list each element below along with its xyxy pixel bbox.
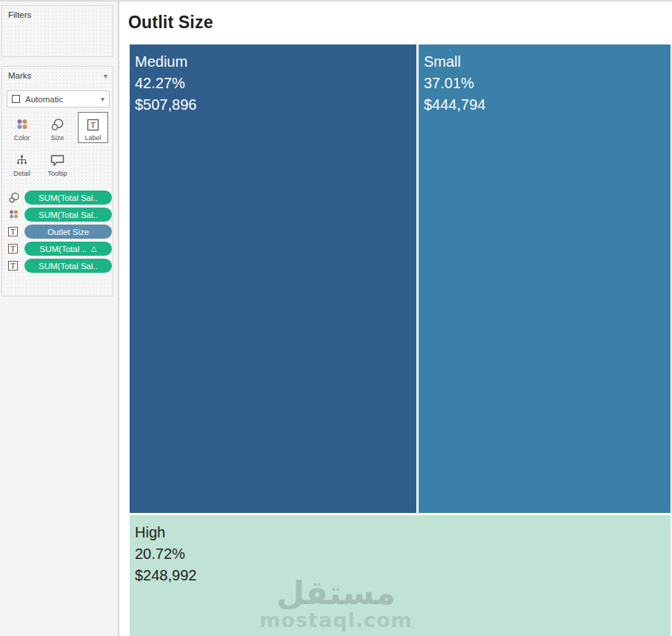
- delta-icon: △: [91, 245, 97, 253]
- filters-title: Filters: [8, 10, 31, 19]
- cell-value: $507,896: [135, 94, 412, 116]
- cell-value: $248,992: [135, 565, 666, 586]
- pill-sum-total-sales-color[interactable]: SUM(Total Sal..: [24, 208, 112, 222]
- cell-percent: 42.27%: [135, 73, 412, 94]
- cell-label: Small: [424, 51, 666, 73]
- label-icon: T: [87, 116, 99, 133]
- cell-label: High: [135, 522, 666, 543]
- svg-text:T: T: [90, 121, 96, 129]
- chevron-down-icon: ▾: [101, 96, 104, 103]
- shelf-pill-row: SUM(Total Sal..: [8, 208, 112, 222]
- size-button-label: Size: [51, 134, 64, 142]
- text-icon: T: [8, 244, 24, 254]
- text-icon: T: [8, 261, 24, 271]
- treemap-cell-small[interactable]: Small 37.01% $444,794: [419, 44, 671, 513]
- cell-percent: 20.72%: [135, 543, 666, 565]
- chevron-down-icon[interactable]: ▾: [104, 73, 107, 80]
- pill-sum-total-delta[interactable]: SUM(Total .. △: [24, 242, 112, 256]
- mark-type-value: Automatic: [25, 95, 96, 104]
- sidebar: Filters Marks ▾ Automatic ▾ C: [0, 1, 119, 636]
- color-button-label: Color: [14, 134, 30, 142]
- size-button[interactable]: Size: [42, 112, 73, 143]
- treemap-cell-high[interactable]: High 20.72% $248,992: [130, 515, 671, 636]
- tooltip-button-label: Tooltip: [47, 170, 67, 177]
- pill-sum-total-sales-label[interactable]: SUM(Total Sal..: [24, 259, 112, 273]
- marks-title: Marks: [8, 71, 31, 80]
- detail-button[interactable]: Detail: [7, 148, 37, 179]
- sheet-title[interactable]: Outlit Size: [128, 13, 213, 33]
- pill-sum-total-sales-size[interactable]: SUM(Total Sal..: [24, 191, 112, 205]
- color-icon: [8, 209, 24, 220]
- color-icon: [16, 116, 29, 133]
- shelf-pill-row: T SUM(Total Sal..: [8, 259, 112, 273]
- detail-icon: [15, 152, 29, 168]
- tooltip-button[interactable]: Tooltip: [42, 148, 73, 179]
- treemap-cell-medium[interactable]: Medium 42.27% $507,896: [130, 44, 416, 513]
- size-icon: [50, 116, 64, 133]
- mark-type-dropdown[interactable]: Automatic ▾: [7, 90, 110, 107]
- filters-shelf[interactable]: Filters: [1, 5, 113, 57]
- mark-shape-icon: [12, 95, 20, 103]
- label-button[interactable]: T Label: [78, 112, 108, 143]
- pill-outlet-size[interactable]: Outlet Size: [24, 225, 112, 239]
- shelf-pill-row: SUM(Total Sal..: [8, 191, 112, 205]
- cell-percent: 37.01%: [424, 73, 666, 94]
- shelf-pill-row: T Outlet Size: [8, 225, 112, 239]
- label-button-label: Label: [84, 134, 101, 142]
- cell-value: $444,794: [424, 94, 666, 116]
- tooltip-icon: [50, 152, 65, 168]
- cell-label: Medium: [135, 51, 412, 73]
- text-icon: T: [8, 227, 24, 236]
- marks-card: Marks ▾ Automatic ▾ Color: [1, 66, 113, 297]
- tableau-window: Filters Marks ▾ Automatic ▾ C: [0, 0, 672, 636]
- size-icon: [8, 192, 24, 204]
- detail-button-label: Detail: [13, 170, 30, 177]
- shelf-pill-row: T SUM(Total .. △: [8, 242, 112, 256]
- color-button[interactable]: Color: [7, 112, 37, 143]
